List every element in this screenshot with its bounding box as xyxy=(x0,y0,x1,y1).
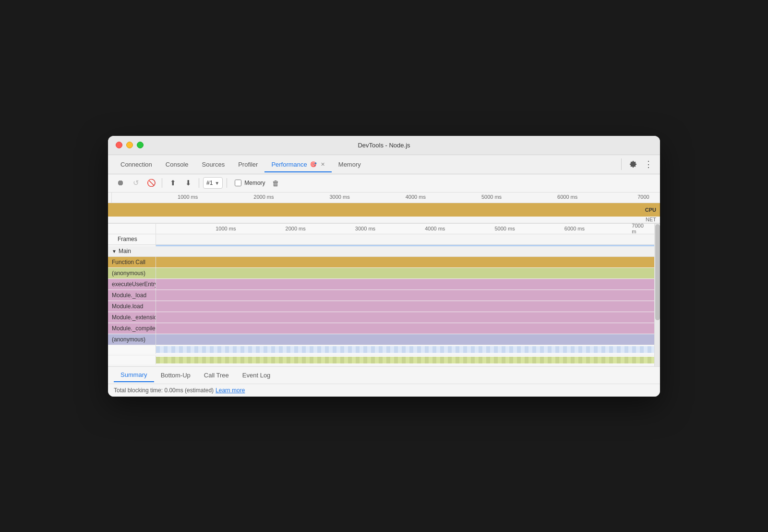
table-row: (anonymous) xyxy=(108,268,654,279)
tab-connection[interactable]: Connection xyxy=(114,157,159,172)
time-mark-6000: 6000 ms xyxy=(557,194,577,200)
time-mark-2000: 2000 ms xyxy=(253,194,274,200)
learn-more-link[interactable]: Learn more xyxy=(216,387,245,394)
vertical-scrollbar[interactable] xyxy=(654,224,660,366)
tab-console[interactable]: Console xyxy=(159,157,195,172)
minimize-button[interactable] xyxy=(126,142,133,148)
main-section-header[interactable]: ▼ Main xyxy=(108,246,654,257)
tab-performance[interactable]: Performance 🎯 ✕ xyxy=(264,157,331,172)
detail-bar-1 xyxy=(156,345,654,354)
download-button[interactable]: ⬇ xyxy=(181,176,195,190)
timeline-overview: 1000 ms 2000 ms 3000 ms 4000 ms 5000 ms … xyxy=(108,193,660,224)
main-chevron-icon: ▼ xyxy=(112,249,117,254)
stop-button[interactable]: 🚫 xyxy=(144,176,158,190)
upload-button[interactable]: ⬆ xyxy=(166,176,180,190)
row-label-execute: executeUserEntryPoint xyxy=(108,279,156,290)
table-row xyxy=(108,356,654,366)
table-row: (anonymous) xyxy=(108,334,654,345)
toolbar: ⏺ ↺ 🚫 ⬆ ⬇ #1 ▼ Memory 🗑 xyxy=(108,174,660,193)
flame-time-5000: 5000 ms xyxy=(494,226,515,231)
table-row: Module._load xyxy=(108,290,654,301)
anonymous-bar-1 xyxy=(156,268,654,278)
title-bar: DevTools - Node.js xyxy=(108,136,660,155)
tab-profiler[interactable]: Profiler xyxy=(231,157,264,172)
cpu-bar: CPU xyxy=(108,203,660,217)
row-label-module-load: Module._load xyxy=(108,290,156,301)
status-text: Total blocking time: 0.00ms (estimated) xyxy=(114,387,214,394)
row-label-function-call: Function Call xyxy=(108,257,156,267)
row-label-module-compile: Module._compile xyxy=(108,323,156,334)
module-ext-bar xyxy=(156,312,654,323)
row-label-module-ext: Module._extensions..js xyxy=(108,312,156,323)
row-label-anonymous-1: (anonymous) xyxy=(108,268,156,278)
toolbar-separator-1 xyxy=(162,178,162,188)
time-mark-3000: 3000 ms xyxy=(329,194,349,200)
main-section-label: Main xyxy=(119,248,131,254)
tab-bar-actions: ⋮ xyxy=(621,158,654,170)
time-ruler-overview: 1000 ms 2000 ms 3000 ms 4000 ms 5000 ms … xyxy=(108,193,660,203)
flame-time-6000: 6000 ms xyxy=(564,226,585,231)
tab-summary[interactable]: Summary xyxy=(114,368,154,382)
scrollbar-thumb[interactable] xyxy=(655,224,660,320)
tab-event-log[interactable]: Event Log xyxy=(236,369,277,382)
flame-time-7000: 7000 m xyxy=(632,224,647,235)
table-row: Module._compile xyxy=(108,323,654,334)
tab-bar: Connection Console Sources Profiler Perf… xyxy=(108,155,660,174)
main-area: 1000 ms 2000 ms 3000 ms 4000 ms 5000 ms … xyxy=(108,224,660,366)
execute-bar xyxy=(156,279,654,290)
row-label-detail-2 xyxy=(108,356,156,364)
performance-record-icon: 🎯 xyxy=(310,161,317,168)
flame-time-ruler: 1000 ms 2000 ms 3000 ms 4000 ms 5000 ms … xyxy=(108,224,654,234)
tab-sources[interactable]: Sources xyxy=(195,157,231,172)
bottom-tabs: Summary Bottom-Up Call Tree Event Log xyxy=(108,366,660,384)
tab-call-tree[interactable]: Call Tree xyxy=(197,369,236,382)
table-row: executeUserEntryPoint xyxy=(108,279,654,290)
table-row: Module._extensions..js xyxy=(108,312,654,323)
window-title: DevTools - Node.js xyxy=(358,142,410,149)
devtools-window: DevTools - Node.js Connection Console So… xyxy=(108,136,660,397)
time-mark-7000: 7000 xyxy=(637,194,649,200)
row-label-anonymous-2: (anonymous) xyxy=(108,334,156,345)
frames-row: Frames xyxy=(108,234,654,245)
cpu-label: CPU xyxy=(645,207,656,213)
time-mark-1000: 1000 ms xyxy=(178,194,198,200)
time-mark-4000: 4000 ms xyxy=(406,194,426,200)
profile-selector[interactable]: #1 ▼ xyxy=(203,177,223,189)
row-label-module-load2: Module.load xyxy=(108,301,156,312)
performance-tab-close[interactable]: ✕ xyxy=(321,161,325,168)
tab-bottom-up[interactable]: Bottom-Up xyxy=(154,369,197,382)
toolbar-separator-3 xyxy=(227,178,227,188)
clear-button[interactable]: 🗑 xyxy=(269,176,283,190)
tab-memory[interactable]: Memory xyxy=(332,157,368,172)
status-bar: Total blocking time: 0.00ms (estimated) … xyxy=(108,384,660,397)
selection-indicator xyxy=(108,245,654,246)
flame-time-3000: 3000 ms xyxy=(355,226,375,231)
module-load-bar xyxy=(156,290,654,301)
flame-chart: 1000 ms 2000 ms 3000 ms 4000 ms 5000 ms … xyxy=(108,224,654,366)
more-options-button[interactable]: ⋮ xyxy=(643,158,654,170)
memory-checkbox-label[interactable]: Memory xyxy=(235,180,265,186)
table-row: Module.load xyxy=(108,301,654,312)
performance-panel: 1000 ms 2000 ms 3000 ms 4000 ms 5000 ms … xyxy=(108,193,660,397)
settings-button[interactable] xyxy=(627,158,639,170)
time-mark-5000: 5000 ms xyxy=(481,194,502,200)
detail-bar-2 xyxy=(156,356,654,364)
record-button[interactable]: ⏺ xyxy=(114,176,127,190)
maximize-button[interactable] xyxy=(137,142,144,148)
module-compile-bar xyxy=(156,323,654,334)
flame-time-2000: 2000 ms xyxy=(286,226,306,231)
toolbar-separator-2 xyxy=(199,178,199,188)
flame-time-1000: 1000 ms xyxy=(216,226,236,231)
flame-body[interactable]: Function Call (anonymous) executeUserEnt… xyxy=(108,257,654,366)
traffic-lights xyxy=(116,142,144,148)
table-row xyxy=(108,345,654,356)
row-label-detail-1 xyxy=(108,345,156,354)
flame-time-marks: 1000 ms 2000 ms 3000 ms 4000 ms 5000 ms … xyxy=(156,224,654,234)
function-call-bar xyxy=(156,257,654,267)
net-label: NET xyxy=(646,217,656,222)
close-button[interactable] xyxy=(116,142,122,148)
reload-button[interactable]: ↺ xyxy=(129,176,143,190)
memory-checkbox-input[interactable] xyxy=(235,180,241,186)
module-load2-bar xyxy=(156,301,654,312)
flame-time-4000: 4000 ms xyxy=(425,226,445,231)
